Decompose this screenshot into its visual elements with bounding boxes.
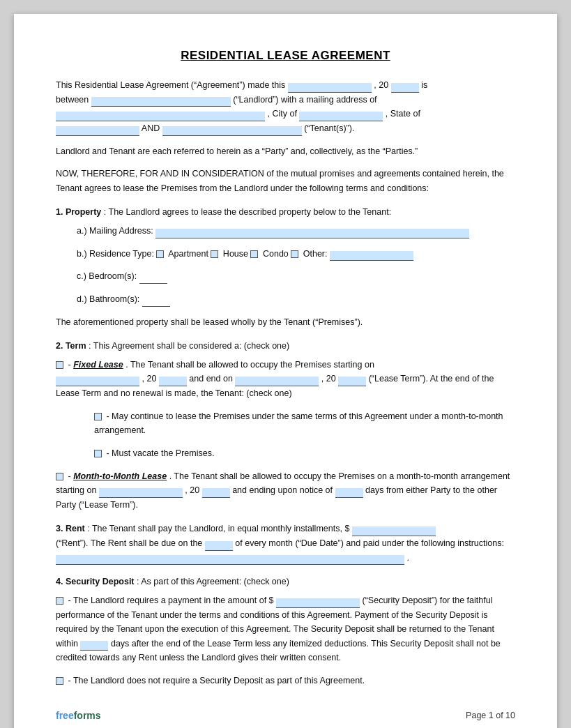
intro-between: between [56, 95, 89, 105]
brand-logo: freeforms [56, 710, 101, 721]
condo-label: Condo [263, 249, 291, 259]
house-label: House [223, 249, 251, 259]
other-label: Other: [303, 249, 330, 259]
document-title: RESIDENTIAL LEASE AGREEMENT [56, 49, 515, 63]
apartment-checkbox[interactable] [156, 250, 164, 258]
intro-tenant-label: (“Tenant(s)”). [304, 123, 354, 133]
fixed-year1-prefix: , 20 [142, 374, 156, 384]
notice-days-field[interactable] [335, 488, 363, 498]
fixed-lease-label: Fixed Lease [73, 360, 123, 370]
section3-text2: (“Rent”). The Rent shall be due on the [56, 538, 202, 548]
section1-d: d.) Bathroom(s): [56, 292, 515, 307]
option2-text: - Must vacate the Premises. [106, 448, 214, 458]
rent-amount-field[interactable] [352, 526, 436, 536]
year-field[interactable] [391, 83, 419, 93]
section2-option1: - May continue to lease the Premises und… [56, 409, 515, 438]
section1-c: c.) Bedroom(s): [56, 269, 515, 284]
intro-state: , State of [386, 109, 420, 119]
return-days-field[interactable] [80, 641, 108, 651]
section1-title: 1. Property [56, 207, 101, 217]
section2-title: 2. Term [56, 341, 86, 351]
month-start-year-field[interactable] [202, 488, 230, 498]
house-checkbox[interactable] [211, 250, 218, 258]
month-year-prefix: , 20 [185, 485, 199, 495]
landlord-name-field[interactable] [91, 97, 231, 107]
city-field[interactable] [299, 112, 383, 121]
section3-text3: of every month (“Due Date”) and paid und… [235, 538, 504, 548]
fixed-lease-checkbox[interactable] [56, 361, 63, 369]
fixed-text3: and end on [189, 374, 233, 384]
option1-text: - May continue to lease the Premises und… [94, 411, 503, 436]
section1-c-label: c.) Bedroom(s): [77, 271, 137, 281]
month-text3: and ending upon notice of [232, 485, 333, 495]
other-checkbox[interactable] [291, 250, 298, 258]
sec-dep-text1: - The Landlord requires a payment in the… [68, 596, 273, 605]
intro-and: AND [142, 123, 160, 133]
vacate-checkbox[interactable] [94, 450, 102, 457]
section3-text1: : The Tenant shall pay the Landlord, in … [87, 524, 349, 533]
fixed-end-year-field[interactable] [338, 377, 366, 386]
mailing-address-property-field[interactable] [155, 229, 469, 238]
month-dash: - [68, 471, 73, 481]
section4-option2: - The Landlord does not require a Securi… [56, 674, 515, 688]
intro-landlord-label: (“Landlord”) with a mailing address of [233, 95, 376, 105]
security-deposit-checkbox[interactable] [56, 597, 63, 605]
section4-text: : As part of this Agreement: (check one) [137, 577, 289, 586]
section4-header: 4. Security Deposit : As part of this Ag… [56, 575, 515, 589]
section4-title: 4. Security Deposit [56, 577, 135, 586]
payment-instructions-field[interactable] [56, 555, 404, 565]
page-number: Page 1 of 10 [466, 711, 515, 720]
section2-text: : This Agreement shall be considered a: … [89, 341, 289, 351]
tenant-name-field[interactable] [162, 126, 302, 136]
no-security-deposit-checkbox[interactable] [56, 677, 63, 685]
security-deposit-amount-field[interactable] [276, 598, 360, 608]
bedrooms-field[interactable] [139, 274, 167, 284]
condo-checkbox[interactable] [250, 250, 258, 258]
fixed-end-date-field[interactable] [235, 377, 319, 386]
section1-text: : The Landlord agrees to lease the descr… [104, 207, 391, 217]
month-start-field[interactable] [99, 488, 183, 498]
section3-period: . [406, 553, 409, 563]
date-field[interactable] [288, 83, 372, 93]
section1-a-label: a.) Mailing Address: [77, 226, 153, 236]
mailing-address-field[interactable] [56, 112, 265, 121]
section2-option2: - Must vacate the Premises. [56, 446, 515, 461]
month-lease-checkbox[interactable] [56, 473, 63, 480]
due-date-field[interactable] [205, 541, 233, 551]
fixed-text1: . The Tenant shall be allowed to occupy … [125, 360, 374, 370]
consideration-text: NOW, THEREFORE, FOR AND IN CONSIDERATION… [56, 167, 515, 195]
brand-free: free [56, 710, 74, 721]
fixed-start-year-field[interactable] [159, 377, 187, 386]
section3-title: 3. Rent [56, 524, 85, 533]
section1-header: 1. Property : The Landlord agrees to lea… [56, 205, 515, 220]
section2-fixed: - Fixed Lease . The Tenant shall be allo… [56, 358, 515, 401]
state-field[interactable] [56, 126, 139, 136]
apartment-label: Apartment [168, 249, 211, 259]
intro-text-1: This Residential Lease Agreement (“Agree… [56, 80, 285, 90]
fixed-start-date-field[interactable] [56, 377, 139, 386]
section1-a: a.) Mailing Address: [56, 224, 515, 238]
intro-year-prefix: , 20 [374, 80, 388, 90]
parties-line: Landlord and Tenant are each referred to… [56, 144, 515, 159]
no-sec-dep-text: - The Landlord does not require a Securi… [68, 676, 365, 685]
section4-option1: - The Landlord requires a payment in the… [56, 593, 515, 665]
brand-forms: forms [74, 710, 101, 721]
month-to-month-checkbox[interactable] [94, 413, 102, 420]
month-lease-label: Month-to-Month Lease [73, 471, 167, 481]
bathrooms-field[interactable] [142, 297, 170, 307]
section1-b: b.) Residence Type: Apartment House Cond… [56, 247, 515, 261]
fixed-year2-prefix: , 20 [321, 374, 336, 384]
document-footer: freeforms Page 1 of 10 [56, 710, 515, 721]
intro-is: is [421, 80, 427, 90]
section1-d-label: d.) Bathroom(s): [77, 294, 139, 304]
document-page: RESIDENTIAL LEASE AGREEMENT This Residen… [14, 14, 557, 728]
section2-month: - Month-to-Month Lease . The Tenant shal… [56, 469, 515, 513]
section1-b-label: b.) Residence Type: [77, 249, 154, 259]
other-field[interactable] [330, 251, 413, 261]
premises-closing: The aforementioned property shall be lea… [56, 315, 515, 330]
intro-city: , City of [267, 109, 296, 119]
sec-dep-text3: days after the end of the Lease Term les… [56, 639, 501, 663]
intro-paragraph: This Residential Lease Agreement (“Agree… [56, 78, 515, 136]
fixed-dash: - [68, 360, 73, 370]
section3-header: 3. Rent : The Tenant shall pay the Landl… [56, 522, 515, 565]
